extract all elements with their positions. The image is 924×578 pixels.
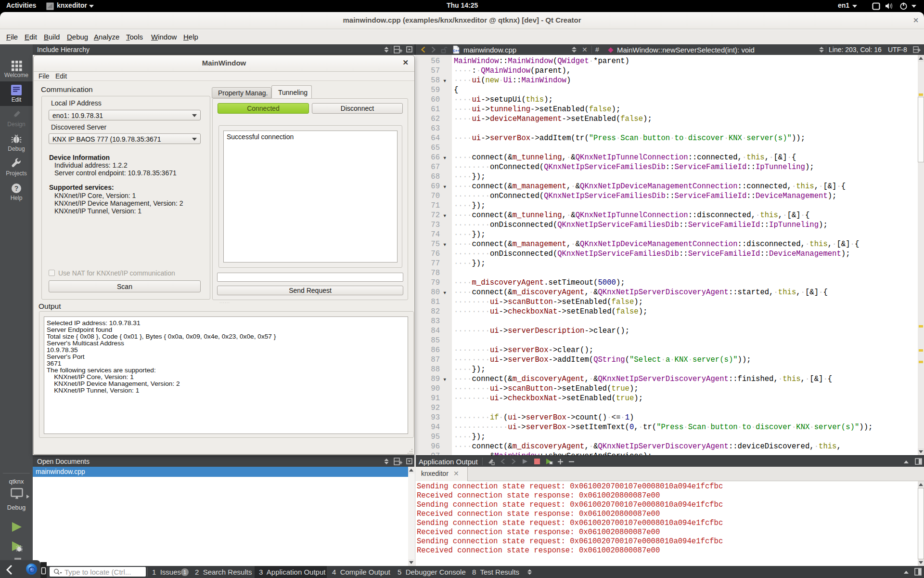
- svg-text:?: ?: [14, 184, 19, 192]
- svg-text:C++: C++: [453, 49, 460, 53]
